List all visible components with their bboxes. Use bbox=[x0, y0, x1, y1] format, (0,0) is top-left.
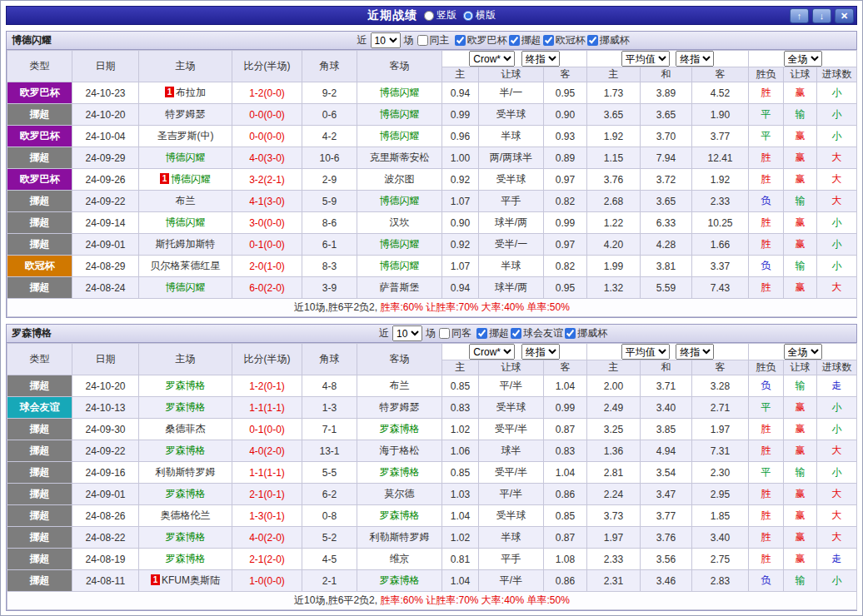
avg-draw: 3.65 bbox=[641, 104, 692, 126]
match-score: 1-2(0-1) bbox=[232, 375, 302, 397]
avg-home: 2.49 bbox=[587, 397, 641, 419]
home-team[interactable]: 博德闪耀 bbox=[139, 212, 232, 234]
avg-source-select[interactable]: 平均值 bbox=[621, 344, 670, 360]
home-team[interactable]: 1博德闪耀 bbox=[139, 169, 232, 191]
league-badge: 挪超 bbox=[7, 277, 72, 299]
home-team[interactable]: 博德闪耀 bbox=[139, 277, 232, 299]
home-team[interactable]: 罗森博格 bbox=[139, 549, 232, 570]
league-filter-checkbox[interactable] bbox=[543, 35, 554, 46]
league-filter-checkbox[interactable] bbox=[511, 328, 521, 339]
home-team[interactable]: 布兰 bbox=[139, 191, 232, 212]
home-team-name: 博德闪耀 bbox=[171, 173, 211, 185]
league-filter[interactable]: 球会友谊 bbox=[511, 326, 563, 340]
avg-home: 3.73 bbox=[587, 505, 641, 527]
scope-select[interactable]: 全场 bbox=[784, 344, 822, 360]
scope-select[interactable]: 全场 bbox=[784, 51, 822, 67]
home-team[interactable]: 罗森博格 bbox=[139, 375, 232, 397]
league-filter[interactable]: 欧罗巴杯 bbox=[455, 33, 507, 47]
home-team[interactable]: 1KFUM奥斯陆 bbox=[139, 570, 232, 592]
away-team[interactable]: 博德闪耀 bbox=[357, 126, 442, 147]
avg-draw: 3.40 bbox=[641, 397, 692, 419]
recent-count-select[interactable]: 10 bbox=[392, 325, 422, 341]
league-filter[interactable]: 挪超 bbox=[509, 33, 541, 47]
handicap-result-cell: 赢 bbox=[784, 169, 817, 191]
recent-count-select[interactable]: 10 bbox=[371, 32, 401, 48]
league-filter[interactable]: 挪威杯 bbox=[565, 326, 607, 340]
away-team[interactable]: 汉坎 bbox=[357, 212, 442, 234]
layout-radio-horizontal[interactable]: 横版 bbox=[463, 8, 496, 22]
away-team[interactable]: 博德闪耀 bbox=[357, 191, 442, 212]
avg-source-select[interactable]: 平均值 bbox=[621, 51, 670, 67]
away-team[interactable]: 利勒斯特罗姆 bbox=[357, 527, 442, 549]
odds-final-select[interactable]: 终指 bbox=[521, 51, 560, 67]
layout-radio-vertical[interactable]: 竖版 bbox=[424, 8, 456, 22]
avg-final-select[interactable]: 终指 bbox=[676, 344, 714, 360]
match-row: 球会友谊24-10-13罗森博格1-1(1-1)1-3特罗姆瑟0.83受半球0.… bbox=[7, 397, 857, 419]
home-team[interactable]: 罗森博格 bbox=[139, 484, 232, 505]
home-team[interactable]: 特罗姆瑟 bbox=[139, 104, 232, 126]
league-filter-checkbox[interactable] bbox=[565, 328, 576, 339]
games-label: 场 bbox=[404, 33, 414, 47]
league-filter-checkbox[interactable] bbox=[476, 328, 487, 339]
odds-source-select[interactable]: Crow* bbox=[469, 344, 515, 360]
away-team[interactable]: 罗森博格 bbox=[357, 570, 442, 592]
same-venue-filter[interactable]: 同客 bbox=[439, 326, 471, 340]
away-team[interactable]: 莫尔德 bbox=[357, 484, 442, 505]
home-team[interactable]: 圣吉罗斯(中) bbox=[139, 126, 232, 147]
scroll-down-button[interactable]: ↓ bbox=[812, 8, 831, 23]
league-filter-checkbox[interactable] bbox=[587, 35, 598, 46]
odds-source-select[interactable]: Crow* bbox=[469, 51, 515, 67]
away-team[interactable]: 博德闪耀 bbox=[357, 104, 442, 126]
scroll-up-button[interactable]: ↑ bbox=[790, 8, 809, 23]
handicap-result-cell: 赢 bbox=[784, 82, 817, 104]
home-team[interactable]: 贝尔格莱德红星 bbox=[139, 256, 232, 277]
vertical-radio-input[interactable] bbox=[424, 11, 434, 21]
goals-result-cell: 大 bbox=[817, 147, 857, 169]
home-team[interactable]: 奥德格伦兰 bbox=[139, 505, 232, 527]
away-team[interactable]: 特罗姆瑟 bbox=[357, 397, 442, 419]
col-home: 主场 bbox=[139, 51, 232, 82]
home-team[interactable]: 1布拉加 bbox=[139, 82, 232, 104]
away-team[interactable]: 罗森博格 bbox=[357, 419, 442, 440]
same-venue-checkbox[interactable] bbox=[417, 35, 428, 46]
close-button[interactable]: ✕ bbox=[835, 8, 854, 23]
red-card-mark: 1 bbox=[151, 574, 160, 585]
home-team[interactable]: 利勒斯特罗姆 bbox=[139, 462, 232, 484]
same-venue-checkbox[interactable] bbox=[439, 328, 450, 339]
horizontal-radio-input[interactable] bbox=[463, 11, 473, 21]
away-team[interactable]: 博德闪耀 bbox=[357, 256, 442, 277]
league-filter[interactable]: 欧冠杯 bbox=[543, 33, 586, 47]
home-team-name: 罗森博格 bbox=[166, 380, 206, 391]
avg-final-select[interactable]: 终指 bbox=[676, 51, 714, 67]
home-team[interactable]: 斯托姆加斯特 bbox=[139, 234, 232, 256]
match-date: 24-09-01 bbox=[72, 484, 139, 505]
away-team[interactable]: 布兰 bbox=[357, 375, 442, 397]
away-team[interactable]: 罗森博格 bbox=[357, 462, 442, 484]
away-team[interactable]: 克里斯蒂安松 bbox=[357, 147, 442, 169]
home-team[interactable]: 罗森博格 bbox=[139, 440, 232, 462]
away-team[interactable]: 海于格松 bbox=[357, 440, 442, 462]
away-team[interactable]: 罗森博格 bbox=[357, 505, 442, 527]
home-team[interactable]: 罗森博格 bbox=[139, 397, 232, 419]
summary-stats: 近10场,胜6平2负2, 胜率:60% 让胜率:70% 大率:40% 单率:50… bbox=[7, 299, 857, 317]
away-team[interactable]: 博德闪耀 bbox=[357, 234, 442, 256]
home-team[interactable]: 罗森博格 bbox=[139, 527, 232, 549]
league-filter-checkbox[interactable] bbox=[509, 35, 520, 46]
away-team[interactable]: 维京 bbox=[357, 549, 442, 570]
corner-score: 1-3 bbox=[302, 397, 357, 419]
team-name: 博德闪耀 bbox=[12, 33, 137, 47]
away-team[interactable]: 萨普斯堡 bbox=[357, 277, 442, 299]
league-filter[interactable]: 挪威杯 bbox=[587, 33, 630, 47]
result-cell: 胜 bbox=[749, 212, 784, 234]
league-filter[interactable]: 挪超 bbox=[476, 326, 509, 340]
home-team[interactable]: 博德闪耀 bbox=[139, 147, 232, 169]
league-filter-checkbox[interactable] bbox=[455, 35, 466, 46]
same-venue-filter[interactable]: 同主 bbox=[417, 33, 450, 47]
league-filter-label: 欧冠杯 bbox=[556, 33, 586, 47]
away-team[interactable]: 博德闪耀 bbox=[357, 82, 442, 104]
home-team[interactable]: 桑德菲杰 bbox=[139, 419, 232, 440]
odds-final-select[interactable]: 终指 bbox=[521, 344, 560, 360]
footer-stat: 单率:50% bbox=[524, 301, 570, 313]
handicap-result-cell: 赢 bbox=[784, 527, 817, 549]
away-team[interactable]: 波尔图 bbox=[357, 169, 442, 191]
